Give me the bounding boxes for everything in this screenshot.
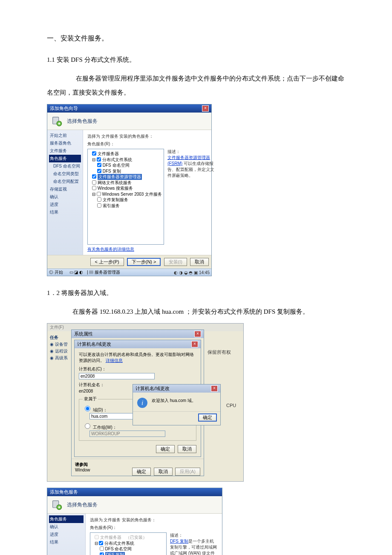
wizard-addrole-2: 添加角色服务 选择角色服务 角色服务确认进度结果 选择为 文件服务 安装的角色服… bbox=[47, 488, 222, 555]
ok-button[interactable]: 确定 bbox=[132, 468, 151, 476]
see-also-label: 请参阅 bbox=[75, 462, 88, 467]
wizard-step[interactable]: 服务器角色 bbox=[49, 139, 81, 147]
tasks-heading: 任务 bbox=[50, 335, 58, 340]
wizard-steps: 角色服务确认进度结果 bbox=[47, 514, 86, 555]
msgbox-title: 计算机名/域更改 bbox=[135, 385, 170, 392]
wizard-step[interactable]: 确认 bbox=[49, 193, 81, 201]
radio-domain[interactable]: 域(D)： bbox=[83, 408, 107, 412]
taskbar-app[interactable]: 服务器管理器 bbox=[95, 270, 120, 275]
wizard-header-text: 选择角色服务 bbox=[67, 501, 98, 509]
wizard-step[interactable]: 结果 bbox=[49, 538, 84, 546]
wizard-steps: 开始之前服务器角色文件服务角色服务DFS 命名空间命名空间类型命名空间配置存储监… bbox=[47, 130, 83, 255]
wizard-intro: 选择为 文件服务 安装的角色服务： bbox=[90, 517, 219, 523]
heading-1-2: 1．2 将服务器加入域。 bbox=[47, 289, 345, 297]
wizard-step[interactable]: 进度 bbox=[49, 531, 84, 538]
wizard-step[interactable]: 开始之前 bbox=[49, 132, 81, 139]
wizard-step[interactable]: 角色服务 bbox=[49, 155, 81, 162]
side-text-1: 保留所有权 bbox=[208, 349, 231, 356]
tree-node[interactable]: ⊟ Windows Server 2003 文件服务 bbox=[89, 191, 162, 197]
heading-1-1: 1.1 安装 DFS 分布式文件系统。 bbox=[47, 56, 345, 64]
wizard-titlebar: 添加角色向导 × bbox=[47, 104, 211, 113]
tree-node[interactable]: Windows 搜索服务 bbox=[89, 185, 162, 191]
see-also-item: Window bbox=[75, 468, 90, 472]
task-item[interactable]: 远程设 bbox=[55, 349, 68, 353]
tree-node[interactable]: 网络文件系统服务 bbox=[89, 180, 162, 186]
task-item[interactable]: 设备管 bbox=[55, 342, 68, 347]
wizard-step[interactable]: 结果 bbox=[49, 208, 81, 216]
tree-node[interactable]: DFS 命名空间 bbox=[89, 162, 162, 168]
wizard-title: 添加角色服务 bbox=[50, 489, 78, 495]
wizard-header: 选择角色服务 bbox=[47, 496, 222, 514]
cancel-button[interactable]: 取消 bbox=[154, 468, 173, 476]
taskbar: ◎ 开始 ▭ ◪ ◐ | ▤ 服务器管理器 ◐ ◑ ◒ ◓ ▣ 14:45 bbox=[47, 269, 211, 276]
label-computer-name: 计算机名(C)： bbox=[79, 366, 196, 372]
tree-node[interactable]: ⊟ 分布式文件系统 bbox=[89, 157, 162, 163]
wizard-step[interactable]: 文件服务 bbox=[49, 147, 81, 155]
rename-dlg-text: 可以更改该台计算机的名称和成员身份。更改可能影响对网络资源的访问。 bbox=[79, 352, 194, 363]
membership-legend: 隶属于 bbox=[83, 396, 98, 402]
start-button[interactable]: ◎ 开始 bbox=[49, 270, 66, 275]
more-info-link[interactable]: 有关角色服务的详细信息 bbox=[87, 246, 134, 252]
role-tree[interactable]: 文件服务器⊟ 分布式文件系统DFS 命名空间DFS 复制 文件服务器资源管理器 … bbox=[87, 149, 164, 245]
radio-workgroup[interactable]: 工作组(W)： bbox=[83, 425, 117, 430]
wizard-step[interactable]: 存储监视 bbox=[49, 185, 81, 193]
dlg-title-text: 系统属性 bbox=[74, 331, 93, 337]
wizard-step[interactable]: 角色服务 bbox=[49, 515, 84, 523]
tree-node[interactable]: 文件服务器 bbox=[89, 151, 162, 157]
tree-node[interactable]: DFS 命名空间 bbox=[92, 546, 164, 552]
workgroup-input bbox=[89, 431, 165, 437]
wizard-intro2: 角色服务(R)： bbox=[90, 525, 219, 531]
paragraph-1: 在服务器管理应用程序里添加文件服务选中文件服务中的分布式文件系统；点击下一步不创… bbox=[47, 72, 345, 100]
rename-dlg-title: 计算机名/域更改 bbox=[77, 341, 111, 347]
close-icon[interactable]: × bbox=[202, 105, 209, 112]
close-icon[interactable]: × bbox=[211, 385, 218, 392]
wizard-intro2: 角色服务(R)： bbox=[87, 141, 216, 147]
close-icon[interactable]: × bbox=[194, 331, 201, 337]
ok-button[interactable]: 确定 bbox=[156, 445, 175, 453]
clock: 14:45 bbox=[199, 270, 210, 275]
computer-name-input[interactable] bbox=[79, 373, 155, 379]
close-icon[interactable]: × bbox=[191, 341, 198, 347]
wizard-titlebar: 添加角色服务 bbox=[47, 488, 222, 496]
task-item[interactable]: 高级系 bbox=[55, 356, 68, 360]
prev-button[interactable]: < 上一步(P) bbox=[90, 258, 124, 266]
server-icon bbox=[51, 499, 63, 511]
tree-node[interactable]: 索引服务 bbox=[89, 203, 162, 209]
role-description: 描述： 文件服务器资源管理器 (FSRM) 可以生成存储报告、配置配额，并定义文… bbox=[164, 149, 216, 245]
tree-node[interactable]: DFS 复制 bbox=[89, 168, 162, 174]
wizard-title: 添加角色向导 bbox=[50, 105, 78, 112]
tree-node[interactable]: DFS 复制 bbox=[92, 552, 164, 555]
desc-title: 描述： bbox=[170, 532, 217, 538]
tree-node[interactable]: 文件复制服务 bbox=[89, 197, 162, 203]
wizard-step[interactable]: 确认 bbox=[49, 523, 84, 531]
join-domain-shot: 文件(F) 任务 ◉ 设备管 ◉ 远程设 ◉ 高级系 保留所有权 域 CPU 系… bbox=[47, 323, 244, 482]
ok-button[interactable]: 确定 bbox=[198, 413, 217, 422]
heading-1: 一、安装文件服务。 bbox=[47, 34, 345, 43]
wizard-intro: 选择为 文件服务 安装的角色服务： bbox=[87, 133, 216, 139]
wizard-buttons: < 上一步(P) 下一步(N) > 安装(I) 取消 bbox=[47, 255, 211, 269]
wizard-step[interactable]: DFS 命名空间 bbox=[49, 162, 81, 170]
tree-node[interactable]: 文件服务器 （已安装） bbox=[92, 535, 164, 541]
welcome-msgbox: 计算机名/域更改 × i 欢迎加入 hua.com 域。 确定 bbox=[133, 384, 221, 425]
server-icon bbox=[51, 115, 63, 127]
wizard-header: 选择角色服务 bbox=[47, 113, 211, 130]
tree-node[interactable]: ⊟ 分布式文件系统 bbox=[92, 541, 164, 546]
wizard-addrole-1: 添加角色向导 × 选择角色服务 开始之前服务器角色文件服务角色服务DFS 命名空… bbox=[47, 104, 212, 276]
more-info-link[interactable]: 详细信息 bbox=[106, 358, 123, 363]
side-text-3: CPU bbox=[226, 403, 236, 408]
wizard-step[interactable]: 命名空间配置 bbox=[49, 178, 81, 185]
cancel-button[interactable]: 取消 bbox=[190, 258, 209, 266]
tasks-rail: 任务 ◉ 设备管 ◉ 远程设 ◉ 高级系 bbox=[50, 335, 68, 362]
desc-link[interactable]: DFS 复制 bbox=[170, 539, 188, 543]
cancel-button[interactable]: 取消 bbox=[178, 445, 196, 453]
next-button[interactable]: 下一步(N) > bbox=[127, 258, 161, 266]
wizard-header-text: 选择角色服务 bbox=[67, 118, 98, 125]
wizard-step[interactable]: 命名空间类型 bbox=[49, 170, 81, 178]
tree-node[interactable]: 文件服务器资源管理器 bbox=[89, 174, 162, 180]
tray: ◐ ◑ ◒ ◓ ▣ 14:45 bbox=[174, 270, 210, 275]
install-button: 安装(I) bbox=[164, 258, 187, 266]
wizard-step[interactable]: 进度 bbox=[49, 201, 81, 208]
role-tree[interactable]: 文件服务器 （已安装）⊟ 分布式文件系统DFS 命名空间DFS 复制 文件服务器… bbox=[90, 532, 167, 555]
paragraph-2: 在服务器 192.168.0.23 上加入域 hua.com ；并安装分布式文件… bbox=[47, 305, 345, 319]
msgbox-text: 欢迎加入 hua.com 域。 bbox=[152, 398, 196, 404]
